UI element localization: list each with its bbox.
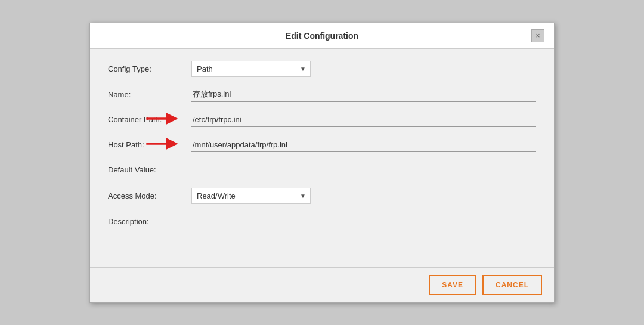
name-input[interactable] — [191, 88, 536, 102]
dialog-footer: SAVE CANCEL — [90, 267, 554, 302]
config-type-row: Config Type: Path Variable Label ▼ — [108, 61, 536, 77]
config-type-select[interactable]: Path Variable Label — [191, 61, 311, 77]
access-mode-row: Access Mode: Read/Write Read Only ▼ — [108, 188, 536, 204]
description-label: Description: — [108, 215, 191, 226]
config-type-select-wrapper: Path Variable Label ▼ — [191, 61, 311, 77]
access-mode-label: Access Mode: — [108, 191, 191, 200]
config-type-wrapper: Path Variable Label ▼ — [191, 61, 536, 77]
default-value-row: Default Value: — [108, 163, 536, 177]
description-input[interactable] — [191, 215, 536, 250]
default-value-label: Default Value: — [108, 165, 191, 174]
access-mode-wrapper: Read/Write Read Only ▼ — [191, 188, 536, 204]
name-label: Name: — [108, 90, 191, 99]
host-path-input[interactable] — [191, 138, 536, 152]
host-path-arrow-indicator — [144, 135, 179, 155]
default-value-wrapper — [191, 163, 536, 177]
container-path-arrow-indicator — [144, 110, 179, 130]
description-wrapper — [191, 215, 536, 250]
container-path-wrapper — [191, 113, 536, 127]
name-row: Name: — [108, 88, 536, 102]
description-row: Description: — [108, 215, 536, 250]
container-path-row: Container Path: — [108, 113, 536, 127]
close-button[interactable]: × — [531, 29, 544, 42]
container-path-input[interactable] — [191, 113, 536, 127]
host-path-row: Host Path: — [108, 138, 536, 152]
dialog-body: Config Type: Path Variable Label ▼ Name: — [90, 49, 554, 267]
cancel-button[interactable]: CANCEL — [482, 275, 542, 295]
dialog-header: Edit Configuration × — [90, 23, 554, 49]
dialog-title: Edit Configuration — [113, 31, 531, 41]
access-mode-select[interactable]: Read/Write Read Only — [191, 188, 311, 204]
host-path-wrapper — [191, 138, 536, 152]
save-button[interactable]: SAVE — [429, 275, 476, 295]
default-value-input[interactable] — [191, 163, 536, 177]
name-wrapper — [191, 88, 536, 102]
config-type-label: Config Type: — [108, 64, 191, 73]
access-mode-select-wrapper: Read/Write Read Only ▼ — [191, 188, 311, 204]
edit-configuration-dialog: Edit Configuration × Config Type: Path V… — [89, 23, 555, 303]
